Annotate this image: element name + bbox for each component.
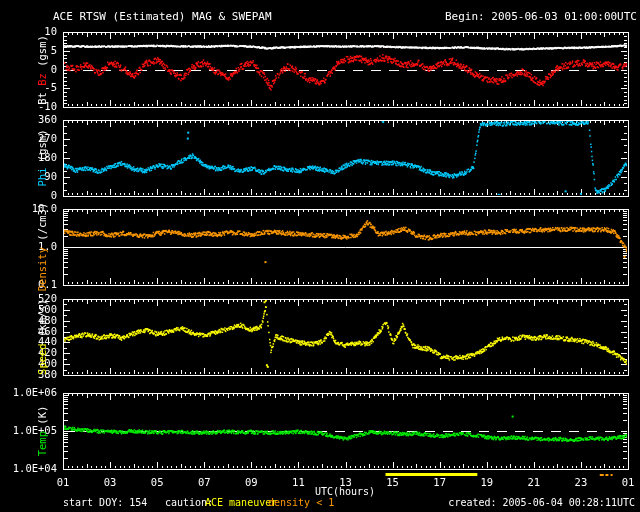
axis-label-part: Temp	[36, 425, 48, 457]
x-axis-title: UTC(hours)	[315, 486, 375, 497]
y-tick-label-bt-bz-2: 0	[0, 63, 57, 75]
y-tick-label-bt-bz-1: 5	[0, 44, 57, 56]
y-tick-label-temp-0: 1.0E+06	[0, 386, 57, 398]
y-tick-label-phi-0: 360	[0, 113, 57, 125]
y-axis-label-temp: Temp (K)	[36, 406, 48, 457]
axis-label-part: Phi	[36, 161, 48, 186]
x-tick-label-1: 03	[104, 476, 117, 488]
y-axis-label-density: Density (/cm3)	[36, 203, 48, 292]
y-tick-label-phi-4: 0	[0, 189, 57, 201]
caution-density-label: density < 1	[268, 497, 334, 508]
axis-label-part: (km/s)	[36, 299, 48, 337]
axis-label-part: (K)	[36, 406, 48, 425]
y-tick-label-phi-3: 90	[0, 170, 57, 182]
page-title: ACE RTSW (Estimated) MAG & SWEPAM	[53, 10, 272, 23]
begin-timestamp: Begin: 2005-06-03 01:00:00UTC	[445, 10, 637, 23]
axis-label-part: (/cm3)	[36, 203, 48, 241]
axis-label-part: Bz	[36, 66, 48, 85]
x-tick-label-8: 17	[433, 476, 446, 488]
y-tick-label-density-1: 1.0	[0, 240, 57, 252]
x-tick-label-9: 19	[480, 476, 493, 488]
y-tick-label-phi-2: 180	[0, 151, 57, 163]
y-tick-label-density-0: 10.0	[0, 202, 57, 214]
y-tick-label-bt-bz-3: -5	[0, 81, 57, 93]
created-timestamp: created: 2005-06-04 00:28:11UTC	[448, 497, 635, 508]
y-axis-label-speed: Speed (km/s)	[36, 299, 48, 375]
y-tick-label-bt-bz-0: 10	[0, 25, 57, 37]
y-axis-label-phi: Phi (gsm)	[36, 130, 48, 187]
axis-label-part: Density	[36, 241, 48, 292]
x-tick-label-7: 15	[386, 476, 399, 488]
x-tick-label-12: 01	[622, 476, 635, 488]
plot-canvas	[0, 0, 640, 512]
ace-rtsw-plot: ACE RTSW (Estimated) MAG & SWEPAM Begin:…	[0, 0, 640, 512]
x-tick-label-4: 09	[245, 476, 258, 488]
y-tick-label-phi-1: 270	[0, 132, 57, 144]
y-tick-label-speed-7: 380	[0, 368, 57, 380]
y-tick-label-density-2: 0.1	[0, 278, 57, 290]
axis-label-part: Speed	[36, 337, 48, 375]
y-tick-label-bt-bz-4: -10	[0, 100, 57, 112]
y-tick-label-temp-1: 1.0E+05	[0, 424, 57, 436]
x-tick-label-0: 01	[57, 476, 70, 488]
y-axis-label-bt-bz: Bt Bz (gsm)	[36, 35, 48, 105]
y-tick-label-temp-2: 1.0E+04	[0, 462, 57, 474]
x-tick-label-11: 23	[575, 476, 588, 488]
x-tick-label-3: 07	[198, 476, 211, 488]
x-tick-label-5: 11	[292, 476, 305, 488]
x-tick-label-10: 21	[528, 476, 541, 488]
x-tick-label-2: 05	[151, 476, 164, 488]
start-doy-label: start DOY: 154	[63, 497, 147, 508]
axis-label-part: (gsm)	[36, 130, 48, 162]
axis-label-part: (gsm)	[36, 35, 48, 67]
axis-label-part: Bt	[36, 85, 48, 104]
caution-maneuver-label: ACE maneuver	[205, 497, 277, 508]
